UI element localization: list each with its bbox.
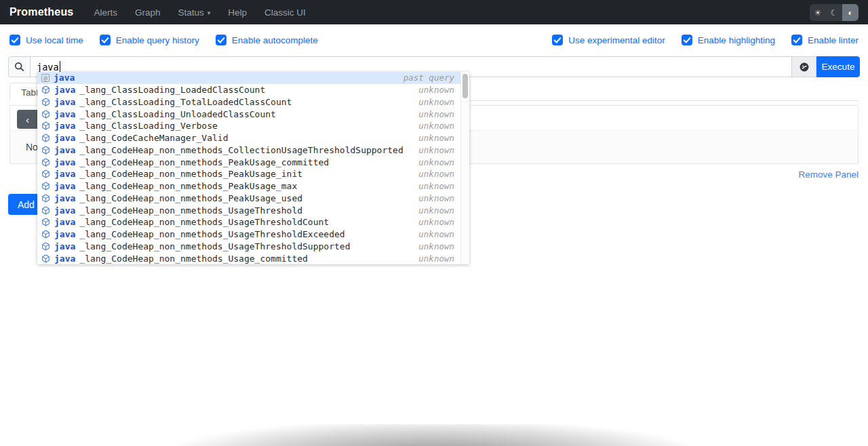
enable-query-history-checkbox[interactable]: Enable query history	[100, 35, 199, 45]
settings-row: Use local time Enable query history Enab…	[0, 24, 868, 56]
dropdown-scrollbar[interactable]	[460, 72, 469, 264]
enable-linter-checkbox[interactable]: Enable linter	[791, 35, 859, 45]
autocomplete-option[interactable]: java _lang_CodeHeap_non_nmethods_UsageTh…	[37, 228, 469, 241]
chevron-left-icon: ‹	[26, 114, 29, 125]
autocomplete-option[interactable]: java _lang_CodeCacheManager_Valid unknow…	[37, 132, 469, 144]
metric-cube-icon	[41, 110, 50, 119]
metric-cube-icon	[41, 218, 50, 226]
autocomplete-option[interactable]: java _lang_CodeHeap_non_nmethods_PeakUsa…	[37, 168, 469, 180]
match-text: java	[54, 169, 75, 179]
metric-type-label: past query	[403, 73, 454, 83]
metrics-explorer-icon	[799, 62, 810, 73]
metric-type-label: unknown	[418, 241, 454, 251]
window-bottom-shadow	[122, 424, 746, 446]
metric-name-text: _lang_CodeCacheManager_Valid	[79, 133, 228, 143]
autocomplete-dropdown: @ java past query java _lang_ClassLoadin…	[37, 72, 469, 264]
metric-name-text: _lang_CodeHeap_non_nmethods_UsageThresho…	[79, 217, 329, 227]
match-text: java	[54, 109, 75, 119]
metric-type-label: unknown	[418, 157, 454, 167]
metric-name-text: _lang_ClassLoading_TotalLoadedClassCount	[79, 97, 292, 107]
moon-icon: ☾	[831, 8, 838, 18]
checkbox-checked-icon	[552, 35, 563, 45]
metric-name-text: _lang_ClassLoading_UnloadedClassCount	[79, 109, 276, 119]
match-text: java	[54, 193, 75, 203]
autocomplete-option[interactable]: java _lang_ClassLoading_TotalLoadedClass…	[37, 96, 469, 108]
enable-highlighting-checkbox[interactable]: Enable highlighting	[682, 35, 775, 45]
autocomplete-option[interactable]: @ java past query	[37, 72, 469, 84]
metric-name-text: _lang_CodeHeap_non_nmethods_PeakUsage_us…	[79, 193, 302, 203]
caret-down-icon: ▾	[208, 9, 211, 16]
metric-name-text: _lang_ClassLoading_LoadedClassCount	[79, 85, 265, 95]
metric-cube-icon	[41, 85, 50, 94]
nav-item-classic-ui[interactable]: Classic UI	[264, 7, 306, 18]
metric-type-label: unknown	[418, 145, 454, 155]
autocomplete-option[interactable]: java _lang_ClassLoading_Verbose unknown	[37, 120, 469, 132]
metric-type-label: unknown	[418, 205, 454, 216]
brand[interactable]: Prometheus	[9, 6, 73, 18]
metric-cube-icon	[41, 194, 50, 203]
nav-item-graph[interactable]: Graph	[135, 7, 161, 18]
light-theme-button[interactable]: ☀	[810, 4, 826, 21]
metric-cube-icon	[41, 254, 50, 263]
metric-type-label: unknown	[418, 217, 454, 227]
autocomplete-option[interactable]: java _lang_CodeHeap_non_nmethods_UsageTh…	[37, 216, 469, 228]
nav-item-alerts[interactable]: Alerts	[94, 7, 117, 18]
autocomplete-option[interactable]: java _lang_ClassLoading_LoadedClassCount…	[37, 84, 469, 96]
metric-cube-icon	[41, 158, 50, 167]
text-cursor	[60, 61, 60, 73]
settings-left-group: Use local time Enable query history Enab…	[9, 35, 318, 45]
enable-autocomplete-checkbox[interactable]: Enable autocomplete	[216, 35, 318, 45]
match-text: java	[54, 254, 75, 264]
metric-type-label: unknown	[418, 254, 454, 264]
circle-half-icon: ◐	[848, 8, 852, 18]
match-text: java	[54, 181, 75, 191]
metric-cube-icon	[41, 230, 50, 239]
navbar: Prometheus Alerts Graph Status ▾ Help Cl…	[0, 0, 868, 24]
metric-type-label: unknown	[418, 109, 454, 119]
autocomplete-option[interactable]: java _lang_CodeHeap_non_nmethods_UsageTh…	[37, 241, 469, 253]
use-local-time-checkbox[interactable]: Use local time	[9, 35, 83, 45]
metric-name-text: _lang_CodeHeap_non_nmethods_PeakUsage_in…	[79, 169, 302, 179]
checkbox-checked-icon	[9, 35, 20, 45]
autocomplete-option[interactable]: java _lang_CodeHeap_non_nmethods_Usage_c…	[37, 252, 469, 264]
autocomplete-option[interactable]: java _lang_ClassLoading_UnloadedClassCou…	[37, 108, 469, 120]
metric-type-label: unknown	[418, 181, 454, 191]
autocomplete-option[interactable]: java _lang_CodeHeap_non_nmethods_UsageTh…	[37, 204, 469, 216]
use-experimental-editor-checkbox[interactable]: Use experimental editor	[552, 35, 665, 45]
autocomplete-option[interactable]: java _lang_CodeHeap_non_nmethods_Collect…	[37, 144, 469, 157]
remove-panel-link[interactable]: Remove Panel	[798, 169, 859, 180]
metric-cube-icon	[41, 169, 50, 178]
metrics-explorer-button[interactable]	[792, 56, 816, 77]
match-text: java	[54, 73, 75, 83]
search-icon	[14, 62, 24, 72]
settings-right-group: Use experimental editor Enable highlight…	[552, 35, 859, 45]
metric-type-label: unknown	[418, 85, 454, 95]
nav-item-help[interactable]: Help	[228, 7, 247, 18]
match-text: java	[54, 145, 75, 155]
autocomplete-list: @ java past query java _lang_ClassLoadin…	[37, 72, 469, 264]
metric-name-text: _lang_CodeHeap_non_nmethods_UsageThresho…	[79, 205, 302, 216]
execute-button[interactable]: Execute	[816, 56, 860, 77]
metric-cube-icon	[41, 134, 50, 142]
checkbox-checked-icon	[216, 35, 226, 45]
past-query-icon: @	[41, 74, 50, 82]
metric-cube-icon	[41, 242, 50, 251]
scrollbar-thumb[interactable]	[462, 74, 468, 98]
autocomplete-option[interactable]: java _lang_CodeHeap_non_nmethods_PeakUsa…	[37, 156, 469, 168]
metric-cube-icon	[41, 98, 50, 106]
expression-text: java	[37, 62, 59, 73]
metric-type-label: unknown	[418, 121, 454, 131]
nav-item-status[interactable]: Status ▾	[178, 7, 211, 18]
match-text: java	[54, 97, 75, 107]
metric-name-text: _lang_CodeHeap_non_nmethods_PeakUsage_co…	[79, 157, 329, 167]
match-text: java	[54, 217, 75, 227]
autocomplete-option[interactable]: java _lang_CodeHeap_non_nmethods_PeakUsa…	[37, 192, 469, 205]
metric-name-text: _lang_CodeHeap_non_nmethods_Usage_commit…	[79, 254, 308, 264]
time-back-button[interactable]: ‹	[17, 110, 38, 129]
autocomplete-option[interactable]: java _lang_CodeHeap_non_nmethods_PeakUsa…	[37, 180, 469, 192]
match-text: java	[54, 241, 75, 251]
auto-theme-button[interactable]: ◐	[842, 4, 859, 21]
dark-theme-button[interactable]: ☾	[826, 4, 842, 21]
match-text: java	[54, 85, 75, 95]
metric-type-label: unknown	[418, 229, 454, 239]
